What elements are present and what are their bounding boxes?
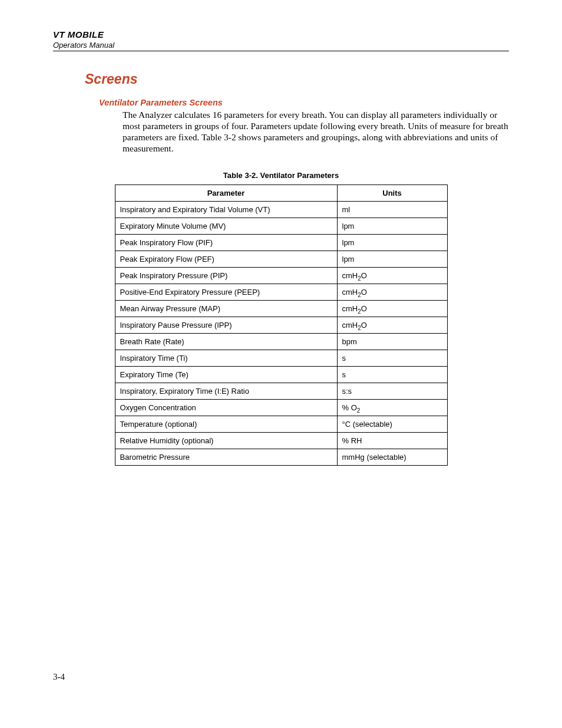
- body-paragraph: The Analyzer calculates 16 parameters fo…: [123, 110, 509, 154]
- units-cell: % RH: [337, 432, 447, 449]
- param-cell: Expiratory Time (Te): [115, 366, 337, 383]
- param-cell: Breath Rate (Rate): [115, 333, 337, 350]
- table-row: Peak Inspiratory Pressure (PIP)cmH2O: [115, 267, 447, 284]
- units-cell: cmH2O: [337, 267, 447, 284]
- units-cell: cmH2O: [337, 300, 447, 317]
- header-title: VT MOBILE: [53, 29, 509, 39]
- table-row: Barometric PressuremmHg (selectable): [115, 449, 447, 465]
- param-cell: Inspiratory Pause Pressure (IPP): [115, 317, 337, 333]
- col-header-parameter: Parameter: [115, 185, 337, 201]
- col-header-units: Units: [337, 185, 447, 201]
- table-row: Peak Expiratory Flow (PEF)lpm: [115, 251, 447, 267]
- section-heading: Screens: [85, 71, 509, 87]
- table-row: Temperature (optional)°C (selectable): [115, 416, 447, 432]
- param-cell: Expiratory Minute Volume (MV): [115, 218, 337, 234]
- param-cell: Barometric Pressure: [115, 449, 337, 465]
- page: VT MOBILE Operators Manual Screens Venti…: [0, 0, 562, 728]
- units-cell: lpm: [337, 218, 447, 234]
- ventilator-parameters-table: Parameter Units Inspiratory and Expirato…: [115, 185, 448, 466]
- param-cell: Oxygen Concentration: [115, 399, 337, 416]
- param-cell: Positive-End Expiratory Pressure (PEEP): [115, 284, 337, 300]
- units-cell: s: [337, 350, 447, 366]
- units-cell: s: [337, 366, 447, 383]
- table-row: Peak Inspiratory Flow (PIF)lpm: [115, 234, 447, 251]
- param-cell: Mean Airway Pressure (MAP): [115, 300, 337, 317]
- table-row: Expiratory Minute Volume (MV)lpm: [115, 218, 447, 234]
- param-cell: Relative Humidity (optional): [115, 432, 337, 449]
- param-cell: Inspiratory and Expiratory Tidal Volume …: [115, 201, 337, 218]
- units-cell: bpm: [337, 333, 447, 350]
- table-row: Inspiratory, Expiratory Time (I:E) Ratio…: [115, 383, 447, 399]
- table-row: Inspiratory Time (Ti)s: [115, 350, 447, 366]
- param-cell: Peak Expiratory Flow (PEF): [115, 251, 337, 267]
- table-row: Mean Airway Pressure (MAP)cmH2O: [115, 300, 447, 317]
- table-row: Relative Humidity (optional)% RH: [115, 432, 447, 449]
- units-cell: s:s: [337, 383, 447, 399]
- table-row: Breath Rate (Rate)bpm: [115, 333, 447, 350]
- units-cell: mmHg (selectable): [337, 449, 447, 465]
- units-cell: lpm: [337, 251, 447, 267]
- table-row: Oxygen Concentration% O2: [115, 399, 447, 416]
- units-cell: % O2: [337, 399, 447, 416]
- header-subtitle: Operators Manual: [53, 41, 509, 50]
- units-cell: °C (selectable): [337, 416, 447, 432]
- table-row: Positive-End Expiratory Pressure (PEEP)c…: [115, 284, 447, 300]
- param-cell: Peak Inspiratory Pressure (PIP): [115, 267, 337, 284]
- subsection-heading: Ventilator Parameters Screens: [99, 98, 509, 107]
- units-cell: lpm: [337, 234, 447, 251]
- param-cell: Inspiratory, Expiratory Time (I:E) Ratio: [115, 383, 337, 399]
- units-cell: cmH2O: [337, 317, 447, 333]
- units-cell: ml: [337, 201, 447, 218]
- param-cell: Peak Inspiratory Flow (PIF): [115, 234, 337, 251]
- table-header-row: Parameter Units: [115, 185, 447, 201]
- table-row: Expiratory Time (Te)s: [115, 366, 447, 383]
- param-cell: Temperature (optional): [115, 416, 337, 432]
- table-row: Inspiratory Pause Pressure (IPP)cmH2O: [115, 317, 447, 333]
- param-cell: Inspiratory Time (Ti): [115, 350, 337, 366]
- running-header: VT MOBILE Operators Manual: [53, 29, 509, 51]
- page-number: 3-4: [53, 672, 65, 682]
- units-cell: cmH2O: [337, 284, 447, 300]
- table-caption: Table 3-2. Ventilator Parameters: [53, 171, 509, 180]
- table-row: Inspiratory and Expiratory Tidal Volume …: [115, 201, 447, 218]
